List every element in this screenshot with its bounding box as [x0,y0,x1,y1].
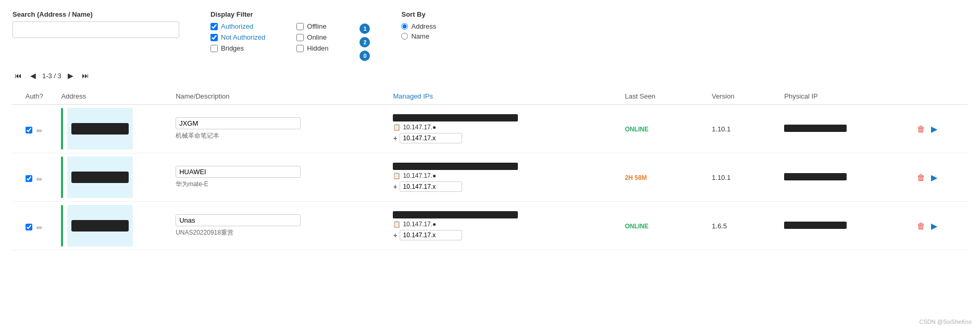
page-info: 1-3 / 3 [42,72,61,80]
auth-cell-3: ✏ [13,202,56,250]
version-cell-3: 1.6.5 [706,202,779,250]
status-text-1: ONLINE [625,126,648,133]
authorized-checkbox[interactable] [210,23,218,30]
sort-item-name: Name [401,32,436,40]
status-bar-3 [61,205,63,247]
ip-blur-2 [393,163,518,170]
ip-row-1: 📋 10.147.17.● [393,124,614,131]
online-checkbox[interactable] [296,34,304,41]
next-page-button[interactable]: ▶ [66,70,76,81]
edit-icon-3[interactable]: ✏ [36,224,43,232]
ip-add-input-2[interactable] [400,181,462,192]
badge-online: 2 [359,37,370,47]
ip-add-row-3: + [393,230,614,240]
filter-item-online: Online [296,33,328,41]
filter-item-bridges: Bridges [210,44,265,52]
filter-section: Display Filter Authorized Not Authorized… [210,10,370,61]
bridges-label[interactable]: Bridges [221,44,244,52]
ip-row-3: 📋 10.147.17.● [393,221,614,228]
prev-page-button[interactable]: ◀ [28,70,38,81]
ip-cell-2: 📋 10.147.17.● + [393,163,614,192]
name-fields-1: 机械革命笔记本 [176,117,382,140]
devices-table: Auth? Address Name/Description Managed I… [13,88,967,250]
address-display-2 [67,156,133,198]
page-container: Search (Address / Name) Display Filter A… [0,0,980,329]
device-name-input-2[interactable] [176,166,301,178]
top-section: Search (Address / Name) Display Filter A… [13,10,967,61]
ip-add-input-1[interactable] [400,133,462,143]
name-fields-3: UNAS20220918重营 [176,214,382,237]
connect-button-1[interactable]: ▶ [929,123,939,135]
delete-button-2[interactable]: 🗑 [915,172,927,184]
online-label[interactable]: Online [307,33,327,41]
ips-cell-2: 📋 10.147.17.● + [388,153,619,202]
last-page-button[interactable]: ⏭ [80,70,91,81]
physip-blur-2 [784,173,847,180]
bridges-checkbox[interactable] [210,45,218,52]
device-name-input-1[interactable] [176,117,301,129]
auth-checkbox-2[interactable] [26,175,32,182]
watermark: CSDN @SoiSheKno [920,319,972,325]
edit-icon-2[interactable]: ✏ [36,175,43,184]
address-blur-1 [71,123,129,135]
sort-address-radio[interactable] [401,23,408,30]
sort-section: Sort By Address Name [401,10,436,40]
filter-item-hidden: Hidden [296,44,328,52]
badge-offline: 1 [359,23,370,34]
sort-address-label[interactable]: Address [411,22,436,30]
auth-cell-1: ✏ [13,105,56,153]
actions-cell-1: 🗑 ▶ [910,105,967,153]
offline-label[interactable]: Offline [307,22,326,30]
auth-checkbox-3[interactable] [26,224,32,230]
header-managed-ips: Managed IPs [388,88,619,105]
filter-badges: 1 2 0 [359,23,370,61]
not-authorized-checkbox[interactable] [210,34,218,41]
first-page-button[interactable]: ⏮ [13,70,24,81]
name-cell-1: 机械革命笔记本 [170,105,388,153]
connect-button-3[interactable]: ▶ [929,220,939,232]
ip-add-input-3[interactable] [400,230,462,240]
search-section: Search (Address / Name) [13,10,179,38]
pagination-row: ⏮ ◀ 1-3 / 3 ▶ ⏭ [13,70,967,81]
connect-button-2[interactable]: ▶ [929,172,939,184]
ip-row-2: 📋 10.147.17.● [393,172,614,179]
delete-button-3[interactable]: 🗑 [915,221,927,232]
hidden-label[interactable]: Hidden [307,44,328,52]
filter-col-1: Authorized Not Authorized Bridges [210,22,265,61]
name-fields-2: 华为mate-E [176,166,382,189]
table-row: ✏ 机械革命笔记本 [13,105,967,153]
not-authorized-label[interactable]: Not Authorized [221,33,265,41]
ip-blur-3 [393,211,518,218]
actions-cell-2: 🗑 ▶ [910,153,967,202]
address-cell-3 [56,202,170,250]
physip-cell-3 [779,202,909,250]
sort-name-radio[interactable] [401,33,408,40]
address-blur-3 [71,220,129,231]
lastseen-cell-2: 2H 58M [619,153,706,202]
delete-button-1[interactable]: 🗑 [915,124,927,135]
ips-cell-3: 📋 10.147.17.● + [388,202,619,250]
authorized-label[interactable]: Authorized [221,22,253,30]
actions-cell-3: 🗑 ▶ [910,202,967,250]
header-physical-ip: Physical IP [779,88,909,105]
edit-icon-1[interactable]: ✏ [36,127,43,135]
sort-name-label[interactable]: Name [411,32,429,40]
offline-checkbox[interactable] [296,23,304,30]
ip-blur-row-3 [393,211,614,218]
ip-text-2: 10.147.17.● [403,172,436,179]
name-cell-3: UNAS20220918重营 [170,202,388,250]
device-desc-2: 华为mate-E [176,180,382,189]
header-version: Version [706,88,779,105]
clipboard-icon-1: 📋 [393,124,401,131]
ip-text-1: 10.147.17.● [403,124,436,131]
search-input[interactable] [13,21,179,38]
lastseen-cell-3: ONLINE [619,202,706,250]
ip-cell-1: 📋 10.147.17.● + [393,114,614,143]
address-display-1 [67,108,133,150]
ips-cell-1: 📋 10.147.17.● + [388,105,619,153]
device-desc-1: 机械革命笔记本 [176,131,382,140]
auth-checkbox-1[interactable] [26,127,32,133]
hidden-checkbox[interactable] [296,45,304,52]
add-icon-1: + [393,134,397,142]
device-name-input-3[interactable] [176,214,301,226]
